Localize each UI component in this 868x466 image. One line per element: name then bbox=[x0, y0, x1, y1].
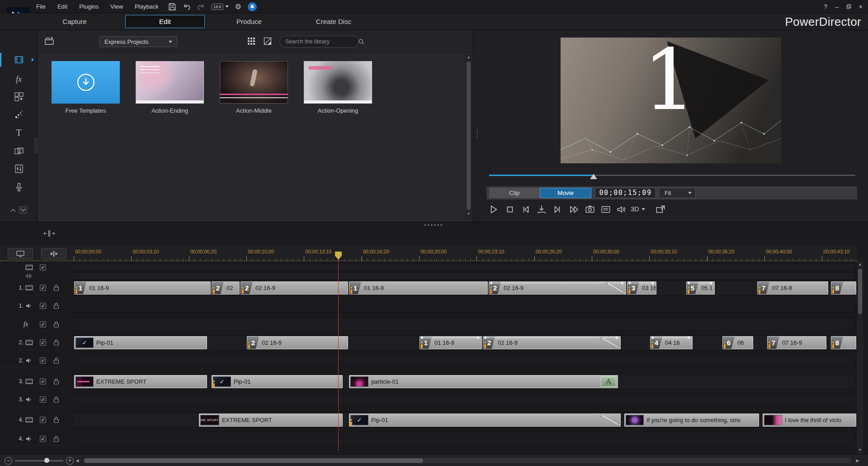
preview-quality-button[interactable] bbox=[600, 204, 611, 215]
track-enable-checkbox[interactable]: ✓ bbox=[40, 436, 46, 442]
track-lock-icon[interactable] bbox=[53, 436, 59, 442]
track-lock-icon[interactable] bbox=[53, 417, 59, 423]
divider-drag-handle[interactable]: •••••• bbox=[424, 222, 443, 228]
menu-plugins[interactable]: Plugins bbox=[79, 3, 99, 10]
undock-player-button[interactable] bbox=[655, 204, 666, 215]
timeline-clip[interactable]: 202 16-9 bbox=[247, 336, 348, 349]
menu-playback[interactable]: Playback bbox=[135, 3, 159, 10]
timeline-view-button[interactable] bbox=[8, 248, 33, 259]
timeline-clip[interactable]: particle-01A bbox=[349, 375, 618, 388]
rooms-scroll-down-button[interactable] bbox=[19, 206, 27, 214]
particle-room[interactable] bbox=[0, 105, 38, 124]
timeline-clip[interactable]: 707 16-9 bbox=[757, 281, 828, 295]
track-lock-icon[interactable] bbox=[53, 321, 59, 328]
previous-frame-button[interactable] bbox=[520, 204, 531, 215]
3d-toggle[interactable]: 3D bbox=[631, 205, 645, 213]
tab-capture[interactable]: Capture bbox=[41, 13, 108, 30]
timeline-clip[interactable]: 202 16-9 bbox=[241, 281, 348, 295]
movie-mode-button[interactable]: Movie bbox=[540, 188, 591, 198]
track-lock-icon[interactable] bbox=[53, 285, 59, 291]
timeline-clip[interactable]: Pip-01 bbox=[74, 336, 207, 349]
import-media-icon[interactable] bbox=[44, 36, 56, 47]
save-icon[interactable] bbox=[168, 3, 176, 11]
timeline-clip[interactable]: I love the thrill of victo bbox=[763, 414, 856, 427]
title-clip-badge[interactable]: A bbox=[601, 376, 616, 387]
timeline-clip[interactable]: ME SPORTEXTREME SPORT bbox=[199, 414, 343, 427]
play-button[interactable] bbox=[488, 204, 499, 215]
track-enable-checkbox[interactable]: ✓ bbox=[40, 357, 46, 364]
timeline-clip[interactable]: 303 16 bbox=[627, 281, 656, 295]
transition-room[interactable] bbox=[0, 142, 38, 160]
pip-objects-room[interactable] bbox=[0, 88, 38, 106]
zoom-slider[interactable] bbox=[15, 460, 63, 461]
timeline-horizontal-scrollbar[interactable] bbox=[83, 458, 852, 463]
preview-seek-bar[interactable] bbox=[489, 175, 855, 176]
tab-create-disc[interactable]: Create Disc bbox=[300, 13, 368, 30]
track-lock-icon[interactable] bbox=[53, 357, 59, 364]
snapshot-button[interactable] bbox=[585, 204, 595, 215]
undo-icon[interactable] bbox=[183, 3, 191, 11]
zoom-slider-handle[interactable] bbox=[44, 458, 49, 463]
scroll-right-icon[interactable]: ▶ bbox=[854, 458, 861, 464]
audio-mixing-room[interactable] bbox=[0, 160, 38, 178]
library-item-action-ending[interactable] bbox=[136, 61, 204, 104]
timeline-clip[interactable]: 505 1 bbox=[686, 281, 715, 295]
search-icon[interactable] bbox=[358, 38, 364, 45]
track-enable-checkbox[interactable]: ✓ bbox=[40, 264, 46, 271]
track-enable-checkbox[interactable]: ✓ bbox=[40, 417, 46, 423]
help-button[interactable]: ? bbox=[824, 3, 827, 10]
timeline-clip[interactable]: 707 16-9 bbox=[767, 336, 826, 349]
zoom-in-button[interactable]: + bbox=[66, 457, 74, 465]
gear-icon[interactable]: ⚙ bbox=[235, 2, 241, 11]
scroll-down-icon[interactable]: ▼ bbox=[466, 211, 472, 217]
track-enable-checkbox[interactable]: ✓ bbox=[40, 303, 46, 309]
tab-produce[interactable]: Produce bbox=[215, 13, 283, 30]
clip-mode-button[interactable]: Clip bbox=[489, 188, 540, 198]
menu-file[interactable]: File bbox=[36, 3, 46, 10]
library-collection-dropdown[interactable]: Express Projects bbox=[99, 36, 177, 47]
scrollbar-thumb[interactable] bbox=[858, 269, 862, 314]
timeline-clip[interactable]: If you're going to do something, striv bbox=[624, 414, 759, 427]
minimize-button[interactable]: – bbox=[835, 3, 839, 10]
voice-over-room[interactable] bbox=[0, 178, 38, 196]
scrollbar-thumb[interactable] bbox=[467, 62, 471, 210]
menu-view[interactable]: View bbox=[110, 3, 123, 10]
track-lock-icon[interactable] bbox=[53, 396, 59, 403]
track-enable-checkbox[interactable]: ✓ bbox=[40, 378, 46, 385]
library-display-icon[interactable] bbox=[264, 37, 273, 46]
timeline-clip[interactable]: 8 bbox=[831, 336, 856, 349]
track-enable-checkbox[interactable]: ✓ bbox=[40, 321, 46, 328]
grid-view-icon[interactable] bbox=[247, 37, 256, 46]
library-item-action-middle[interactable] bbox=[220, 61, 288, 104]
timeline-clip[interactable]: 8 bbox=[831, 281, 856, 295]
scroll-up-icon[interactable]: ▲ bbox=[466, 54, 472, 61]
library-item-free-templates[interactable] bbox=[52, 61, 120, 104]
zoom-out-button[interactable]: − bbox=[5, 457, 12, 465]
timeline-vertical-scrollbar[interactable]: ▲ ▼ bbox=[857, 262, 863, 453]
maximize-button[interactable] bbox=[846, 4, 851, 9]
timeline-clip[interactable]: 101 16-9 bbox=[420, 336, 482, 349]
scroll-up-icon[interactable]: ▲ bbox=[857, 262, 863, 268]
stop-button[interactable] bbox=[505, 204, 515, 215]
library-scrollbar[interactable]: ▲ ▼ bbox=[466, 54, 472, 217]
seek-bar-handle[interactable] bbox=[590, 174, 597, 179]
title-room[interactable]: T bbox=[0, 124, 38, 142]
track-lock-icon[interactable] bbox=[53, 378, 59, 385]
timeline-clip[interactable]: 202 bbox=[212, 281, 240, 295]
timeline-clip[interactable]: 202 16-9 bbox=[489, 281, 626, 295]
timeline-dock-icon[interactable] bbox=[43, 229, 56, 238]
rooms-scroll-up-button[interactable] bbox=[9, 207, 17, 214]
track-enable-checkbox[interactable]: ✓ bbox=[40, 285, 46, 291]
notification-bell-icon[interactable] bbox=[248, 2, 257, 11]
volume-button[interactable] bbox=[616, 204, 627, 215]
tab-edit[interactable]: Edit bbox=[125, 15, 205, 28]
fast-forward-button[interactable] bbox=[569, 204, 580, 215]
timeline-clip[interactable]: 101 16-9 bbox=[349, 281, 488, 295]
track-lock-icon[interactable] bbox=[53, 303, 59, 309]
timeline-clip[interactable]: 404 16 bbox=[650, 336, 693, 349]
seek-down-button[interactable] bbox=[536, 204, 547, 215]
timeline-clip[interactable]: Pip-01 bbox=[212, 375, 343, 388]
redo-icon[interactable] bbox=[197, 3, 205, 11]
panel-divider-handle[interactable]: ⋮⋮ bbox=[474, 128, 481, 136]
next-frame-button[interactable] bbox=[552, 204, 563, 215]
